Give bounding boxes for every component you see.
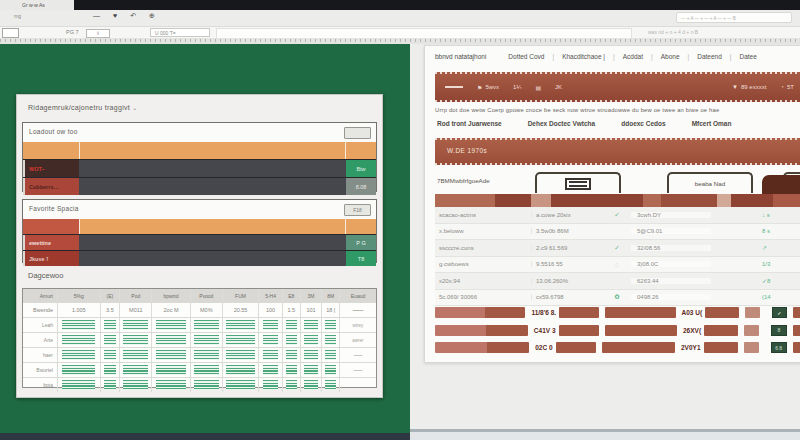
nav-item[interactable]: Datee	[740, 53, 757, 60]
section1-header: Loadout ow too	[29, 128, 78, 135]
column-header: 3M	[300, 289, 322, 302]
sparkline-cell	[190, 363, 222, 377]
section2-orange-header	[23, 219, 376, 234]
header-cell[interactable]	[643, 194, 661, 207]
sparkline-cell	[119, 348, 151, 362]
row-note: ⸺	[339, 363, 376, 377]
nav-item[interactable]: Dateend	[697, 53, 722, 60]
add-icon[interactable]: ⊕	[149, 12, 155, 20]
header-cell[interactable]	[495, 194, 531, 207]
sparkline-cell	[151, 333, 189, 347]
record-amount: 0498.26	[631, 294, 711, 300]
window-tab[interactable]: Gr w-w As	[0, 0, 74, 10]
clock-action[interactable]: ◔ 5T	[780, 84, 794, 90]
header-cell[interactable]	[731, 194, 773, 207]
favorite-icon[interactable]: ♥	[113, 12, 117, 20]
sparkline-cell	[151, 363, 189, 377]
tab-bar-link[interactable]: 7BMMwbfrfgoeAde	[437, 177, 490, 184]
orange-cell	[345, 219, 376, 234]
ratio-label: 1¼	[513, 84, 521, 90]
header-cell[interactable]	[773, 194, 800, 207]
quick-link[interactable]: ddoexc Cedos	[621, 120, 665, 127]
orange-cell	[345, 142, 376, 159]
sparkline-cell	[222, 318, 258, 332]
settings-dialog: Ridagemruk/cajonetru traggivt ⌄ Loadout …	[16, 94, 383, 398]
brand-label[interactable]: bbnvd natatajhoni	[435, 53, 486, 60]
record-id: scacao-actms	[435, 212, 531, 218]
tab-active-dark[interactable]	[762, 175, 800, 194]
section1-row[interactable]: Cubberrs… 8.08	[23, 177, 376, 195]
highlight-row[interactable]: 11/8'6 8. A03 U( ✔	[435, 306, 800, 319]
section1-row[interactable]: WOT⌐ Btw	[23, 159, 376, 177]
section1-button[interactable]	[344, 127, 371, 139]
sparkline-row: haer ⸺	[23, 347, 376, 362]
sparkline-cell	[258, 378, 282, 392]
drag-handle-icon[interactable]	[445, 86, 463, 88]
sparkline-cell	[258, 363, 282, 377]
section2-row[interactable]: ewettine P G	[23, 234, 376, 250]
table-row[interactable]: g.cwboews 9.5516 55 ◌ 3)08.0C 1/3	[435, 257, 800, 274]
section2-button[interactable]: F18	[344, 204, 371, 216]
row-label: WOT⌐	[23, 160, 79, 177]
record-amount: 3cwh.DY	[631, 212, 711, 218]
row-track	[79, 235, 346, 250]
filter-action[interactable]: ▼ 89 exxxxt	[732, 84, 766, 90]
table-row[interactable]: x20x.94 13.06.260% 6263.44 ✓8	[435, 273, 800, 290]
tab-list-view[interactable]	[535, 172, 621, 193]
chevron-down-icon[interactable]: ⌄	[132, 105, 137, 111]
quick-link[interactable]: Dehex Doctec Vwtcha	[528, 120, 596, 127]
toolbar-checkbox[interactable]	[2, 28, 19, 38]
status-check-icon: ✓	[603, 244, 631, 252]
sparkline-cell	[100, 348, 120, 362]
document-icon[interactable]: ▤	[535, 84, 541, 91]
nav-item[interactable]: Acddat	[623, 53, 643, 60]
status-check-icon: ✓	[603, 211, 631, 219]
format-chip[interactable]: U 000 T=	[150, 28, 210, 37]
highlight-bar	[602, 342, 675, 353]
undo-icon[interactable]: ↶	[130, 12, 136, 20]
sparkline-cell	[57, 363, 100, 377]
table-row[interactable]: 5c.069/ 30066 cx59.6798 ✿ 0498.26 (14	[435, 290, 800, 307]
flag-action[interactable]: ⚑ 5wvx	[477, 84, 499, 91]
quick-link[interactable]: Rod tront Juarwense	[437, 120, 502, 127]
doc-action[interactable]: JK	[555, 84, 562, 90]
table-row[interactable]: sscccre.cuns 2.c9 61.569 ✓ 32/08.56 ↗	[435, 240, 800, 257]
metric-value: 3.5	[100, 303, 120, 317]
nav-separator: |	[613, 53, 615, 60]
header-cell[interactable]	[661, 194, 717, 207]
sparkline-cell	[300, 363, 322, 377]
nav-item[interactable]: Khacditchaoe |	[562, 53, 605, 60]
sparkline-cell	[282, 363, 300, 377]
browser-toolbar: mg — ♥ ↶ ⊕ — + A — + — + A — + — B	[0, 10, 800, 27]
sparkline-cell	[119, 318, 151, 332]
header-cell[interactable]	[531, 194, 551, 207]
sparkline-cell	[321, 333, 339, 347]
sparkline-cell	[151, 318, 189, 332]
column-header: FUM	[222, 289, 258, 302]
segmented-control[interactable]: ii	[86, 29, 110, 38]
orange-cell	[80, 219, 345, 234]
highlight-row[interactable]: 02C 0 2V0Y1 6 8	[435, 341, 800, 354]
header-cell[interactable]	[435, 194, 495, 207]
table-row[interactable]: x.beloww 3.5w0b 86M 5@C9.01 8 s	[435, 224, 800, 241]
record-flag: ↓ s	[762, 212, 800, 218]
address-field[interactable]: — + A — + — + A — + — B	[676, 12, 792, 23]
section2-row[interactable]: Jkuve ⊺ T8	[23, 250, 376, 266]
table-row[interactable]: scacao-actms a.cowe 20six ✓ 3cwh.DY ↓ s	[435, 207, 800, 224]
tab-detail-view[interactable]: beaba Nad	[667, 172, 753, 193]
nav-item[interactable]: Dotted Covd	[508, 53, 544, 60]
row-label: Bwende	[23, 303, 57, 317]
highlight-row[interactable]: C41V 3 26XV( 8	[435, 324, 800, 337]
highlight-bar	[704, 325, 738, 336]
nav-item[interactable]: Abone	[661, 53, 680, 60]
sparkline-cell	[282, 378, 300, 392]
metric-value: 100	[258, 303, 282, 317]
records-table: scacao-actms a.cowe 20six ✓ 3cwh.DY ↓ s …	[435, 207, 800, 306]
header-cell[interactable]	[717, 194, 731, 207]
metrics-header-row: Amurt 5%g (E) Pod bpwrtd Pvood FUM 5-H4 …	[23, 289, 376, 302]
sparkline-cell	[119, 333, 151, 347]
status-badge: 8	[771, 325, 787, 336]
quick-link[interactable]: Mfcert Oman	[692, 120, 732, 127]
header-cell[interactable]	[551, 194, 643, 207]
minimize-icon[interactable]: —	[93, 12, 100, 20]
